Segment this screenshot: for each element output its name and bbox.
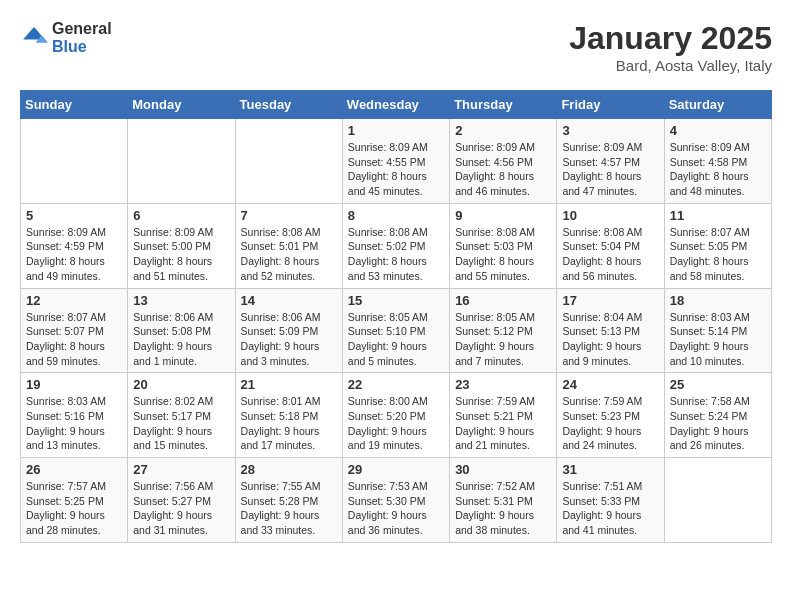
calendar-body: 1Sunrise: 8:09 AM Sunset: 4:55 PM Daylig… (21, 119, 772, 543)
calendar-cell (235, 119, 342, 204)
day-number: 27 (133, 462, 229, 477)
day-info: Sunrise: 8:08 AM Sunset: 5:04 PM Dayligh… (562, 225, 658, 284)
calendar-cell: 22Sunrise: 8:00 AM Sunset: 5:20 PM Dayli… (342, 373, 449, 458)
day-header-saturday: Saturday (664, 91, 771, 119)
calendar-cell: 26Sunrise: 7:57 AM Sunset: 5:25 PM Dayli… (21, 458, 128, 543)
calendar-cell: 20Sunrise: 8:02 AM Sunset: 5:17 PM Dayli… (128, 373, 235, 458)
week-row-4: 19Sunrise: 8:03 AM Sunset: 5:16 PM Dayli… (21, 373, 772, 458)
calendar-cell: 10Sunrise: 8:08 AM Sunset: 5:04 PM Dayli… (557, 203, 664, 288)
day-info: Sunrise: 8:08 AM Sunset: 5:01 PM Dayligh… (241, 225, 337, 284)
day-info: Sunrise: 8:02 AM Sunset: 5:17 PM Dayligh… (133, 394, 229, 453)
day-info: Sunrise: 7:53 AM Sunset: 5:30 PM Dayligh… (348, 479, 444, 538)
day-info: Sunrise: 7:51 AM Sunset: 5:33 PM Dayligh… (562, 479, 658, 538)
day-info: Sunrise: 8:08 AM Sunset: 5:03 PM Dayligh… (455, 225, 551, 284)
day-header-wednesday: Wednesday (342, 91, 449, 119)
day-info: Sunrise: 7:59 AM Sunset: 5:23 PM Dayligh… (562, 394, 658, 453)
calendar-cell: 3Sunrise: 8:09 AM Sunset: 4:57 PM Daylig… (557, 119, 664, 204)
day-info: Sunrise: 7:55 AM Sunset: 5:28 PM Dayligh… (241, 479, 337, 538)
day-info: Sunrise: 8:07 AM Sunset: 5:07 PM Dayligh… (26, 310, 122, 369)
calendar-cell: 18Sunrise: 8:03 AM Sunset: 5:14 PM Dayli… (664, 288, 771, 373)
day-info: Sunrise: 8:05 AM Sunset: 5:12 PM Dayligh… (455, 310, 551, 369)
day-info: Sunrise: 8:09 AM Sunset: 4:57 PM Dayligh… (562, 140, 658, 199)
calendar-cell: 5Sunrise: 8:09 AM Sunset: 4:59 PM Daylig… (21, 203, 128, 288)
day-info: Sunrise: 8:06 AM Sunset: 5:08 PM Dayligh… (133, 310, 229, 369)
day-number: 30 (455, 462, 551, 477)
day-info: Sunrise: 8:08 AM Sunset: 5:02 PM Dayligh… (348, 225, 444, 284)
calendar-cell (664, 458, 771, 543)
day-info: Sunrise: 8:09 AM Sunset: 4:58 PM Dayligh… (670, 140, 766, 199)
day-info: Sunrise: 8:09 AM Sunset: 4:56 PM Dayligh… (455, 140, 551, 199)
day-info: Sunrise: 8:09 AM Sunset: 4:55 PM Dayligh… (348, 140, 444, 199)
day-number: 23 (455, 377, 551, 392)
day-number: 20 (133, 377, 229, 392)
day-number: 3 (562, 123, 658, 138)
calendar-cell: 29Sunrise: 7:53 AM Sunset: 5:30 PM Dayli… (342, 458, 449, 543)
day-header-monday: Monday (128, 91, 235, 119)
day-number: 19 (26, 377, 122, 392)
day-number: 4 (670, 123, 766, 138)
logo-icon (20, 24, 48, 52)
calendar-cell: 28Sunrise: 7:55 AM Sunset: 5:28 PM Dayli… (235, 458, 342, 543)
day-number: 28 (241, 462, 337, 477)
day-info: Sunrise: 8:09 AM Sunset: 4:59 PM Dayligh… (26, 225, 122, 284)
day-number: 5 (26, 208, 122, 223)
day-number: 15 (348, 293, 444, 308)
day-number: 22 (348, 377, 444, 392)
day-number: 17 (562, 293, 658, 308)
logo-blue-text: Blue (52, 38, 112, 56)
day-header-sunday: Sunday (21, 91, 128, 119)
calendar-table: SundayMondayTuesdayWednesdayThursdayFrid… (20, 90, 772, 543)
day-info: Sunrise: 7:59 AM Sunset: 5:21 PM Dayligh… (455, 394, 551, 453)
day-number: 31 (562, 462, 658, 477)
calendar-cell: 31Sunrise: 7:51 AM Sunset: 5:33 PM Dayli… (557, 458, 664, 543)
day-info: Sunrise: 8:06 AM Sunset: 5:09 PM Dayligh… (241, 310, 337, 369)
day-info: Sunrise: 8:07 AM Sunset: 5:05 PM Dayligh… (670, 225, 766, 284)
day-number: 13 (133, 293, 229, 308)
day-header-thursday: Thursday (450, 91, 557, 119)
day-info: Sunrise: 8:01 AM Sunset: 5:18 PM Dayligh… (241, 394, 337, 453)
day-number: 29 (348, 462, 444, 477)
day-number: 25 (670, 377, 766, 392)
calendar-cell: 11Sunrise: 8:07 AM Sunset: 5:05 PM Dayli… (664, 203, 771, 288)
calendar-cell (128, 119, 235, 204)
calendar-cell: 30Sunrise: 7:52 AM Sunset: 5:31 PM Dayli… (450, 458, 557, 543)
day-info: Sunrise: 8:09 AM Sunset: 5:00 PM Dayligh… (133, 225, 229, 284)
day-number: 9 (455, 208, 551, 223)
day-number: 16 (455, 293, 551, 308)
month-title: January 2025 (569, 20, 772, 57)
day-number: 8 (348, 208, 444, 223)
day-info: Sunrise: 8:05 AM Sunset: 5:10 PM Dayligh… (348, 310, 444, 369)
calendar-cell: 8Sunrise: 8:08 AM Sunset: 5:02 PM Daylig… (342, 203, 449, 288)
location: Bard, Aosta Valley, Italy (569, 57, 772, 74)
calendar-cell: 12Sunrise: 8:07 AM Sunset: 5:07 PM Dayli… (21, 288, 128, 373)
calendar-cell: 21Sunrise: 8:01 AM Sunset: 5:18 PM Dayli… (235, 373, 342, 458)
calendar-cell: 19Sunrise: 8:03 AM Sunset: 5:16 PM Dayli… (21, 373, 128, 458)
calendar-cell: 15Sunrise: 8:05 AM Sunset: 5:10 PM Dayli… (342, 288, 449, 373)
calendar-cell: 9Sunrise: 8:08 AM Sunset: 5:03 PM Daylig… (450, 203, 557, 288)
day-info: Sunrise: 7:56 AM Sunset: 5:27 PM Dayligh… (133, 479, 229, 538)
calendar-cell: 2Sunrise: 8:09 AM Sunset: 4:56 PM Daylig… (450, 119, 557, 204)
calendar-cell: 14Sunrise: 8:06 AM Sunset: 5:09 PM Dayli… (235, 288, 342, 373)
week-row-1: 1Sunrise: 8:09 AM Sunset: 4:55 PM Daylig… (21, 119, 772, 204)
title-area: January 2025 Bard, Aosta Valley, Italy (569, 20, 772, 74)
calendar-cell: 7Sunrise: 8:08 AM Sunset: 5:01 PM Daylig… (235, 203, 342, 288)
calendar-cell: 16Sunrise: 8:05 AM Sunset: 5:12 PM Dayli… (450, 288, 557, 373)
day-info: Sunrise: 7:52 AM Sunset: 5:31 PM Dayligh… (455, 479, 551, 538)
logo-text: General Blue (52, 20, 112, 55)
day-number: 14 (241, 293, 337, 308)
calendar-cell: 23Sunrise: 7:59 AM Sunset: 5:21 PM Dayli… (450, 373, 557, 458)
day-header-tuesday: Tuesday (235, 91, 342, 119)
day-info: Sunrise: 7:57 AM Sunset: 5:25 PM Dayligh… (26, 479, 122, 538)
week-row-2: 5Sunrise: 8:09 AM Sunset: 4:59 PM Daylig… (21, 203, 772, 288)
day-number: 24 (562, 377, 658, 392)
day-number: 1 (348, 123, 444, 138)
calendar-cell: 4Sunrise: 8:09 AM Sunset: 4:58 PM Daylig… (664, 119, 771, 204)
logo: General Blue (20, 20, 112, 55)
day-info: Sunrise: 8:00 AM Sunset: 5:20 PM Dayligh… (348, 394, 444, 453)
calendar-cell: 25Sunrise: 7:58 AM Sunset: 5:24 PM Dayli… (664, 373, 771, 458)
calendar-cell: 24Sunrise: 7:59 AM Sunset: 5:23 PM Dayli… (557, 373, 664, 458)
day-info: Sunrise: 8:04 AM Sunset: 5:13 PM Dayligh… (562, 310, 658, 369)
day-number: 6 (133, 208, 229, 223)
day-number: 11 (670, 208, 766, 223)
week-row-3: 12Sunrise: 8:07 AM Sunset: 5:07 PM Dayli… (21, 288, 772, 373)
